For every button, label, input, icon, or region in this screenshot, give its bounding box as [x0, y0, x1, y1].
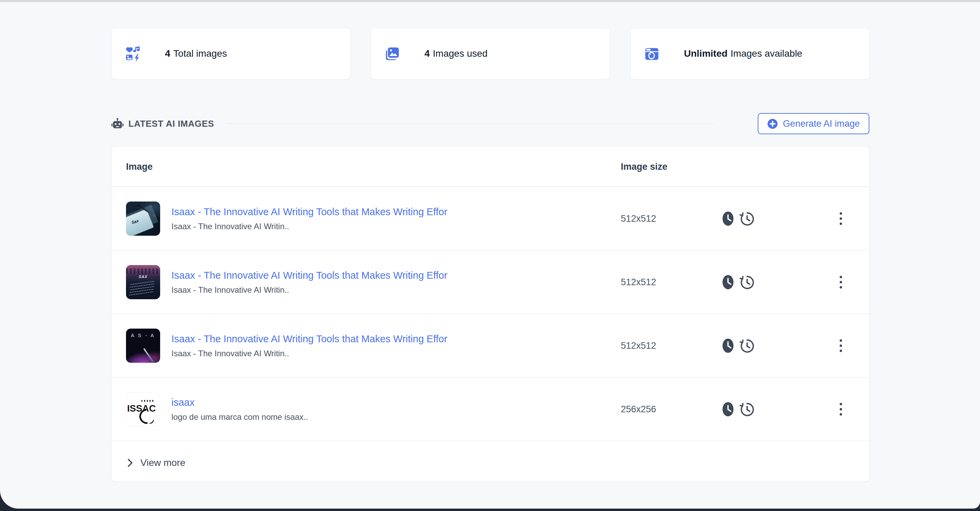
history-icon[interactable]	[739, 211, 755, 226]
table-row: SAX Isaax - The Innovative AI Writing To…	[112, 251, 869, 314]
generate-button-label: Generate AI image	[783, 119, 860, 129]
section-title: LATEST AI IMAGES	[128, 119, 214, 129]
row-text-block: Isaax - The Innovative AI Writing Tools …	[172, 333, 447, 358]
table-row: ISSAC isaax logo de uma marca com nome i…	[112, 378, 869, 441]
row-menu-kebab[interactable]	[836, 401, 845, 418]
clock-icon	[722, 274, 734, 290]
latest-images-table: Image Image size Sax Isaax - The Innovat…	[111, 146, 869, 482]
stat-card-images-used: 4Images used	[371, 28, 610, 79]
row-time-icons	[722, 338, 755, 353]
image-title-link[interactable]: Isaax - The Innovative AI Writing Tools …	[172, 270, 447, 281]
table-row: A S - A Isaax - The Innovative AI Writin…	[112, 314, 869, 378]
row-text-block: isaax logo de uma marca com nome isaax..	[172, 397, 308, 422]
row-time-icons	[722, 211, 755, 226]
stat-value: Unlimited	[684, 48, 728, 59]
row-time-icons	[722, 274, 755, 290]
chevron-right-icon	[127, 458, 134, 468]
image-size-value: 512x512	[621, 277, 656, 288]
image-size-value: 256x256	[621, 404, 656, 415]
thumbnail-art-text: A S - A	[126, 333, 160, 338]
table-row: Sax Isaax - The Innovative AI Writing To…	[112, 187, 869, 251]
clock-icon	[722, 401, 734, 417]
stat-label: Images used	[433, 48, 488, 59]
row-time-icons	[722, 401, 755, 417]
table-header-row: Image Image size	[112, 146, 869, 187]
camera-icon	[644, 45, 660, 62]
view-more-row[interactable]: View more	[112, 441, 869, 482]
stat-images-available-text: UnlimitedImages available	[684, 48, 802, 59]
image-prompt-text: Isaax - The Innovative AI Writin..	[172, 285, 447, 295]
image-size-value: 512x512	[621, 213, 656, 224]
header-divider	[227, 123, 713, 124]
thumbnail-art-text: ISSAC	[127, 403, 156, 414]
column-header-image: Image	[126, 161, 153, 172]
image-title-link[interactable]: isaax	[172, 397, 308, 408]
history-icon[interactable]	[739, 274, 755, 290]
thumbnail-image[interactable]: A S - A	[126, 329, 160, 363]
thumbnail-image[interactable]: ISSAC	[126, 392, 160, 426]
clock-icon	[722, 211, 734, 226]
stat-value: 4	[165, 48, 170, 59]
thumbnail-art-text: SAX	[126, 275, 160, 279]
history-icon[interactable]	[739, 338, 755, 353]
history-icon[interactable]	[739, 401, 755, 417]
row-text-block: Isaax - The Innovative AI Writing Tools …	[172, 270, 447, 295]
stat-label: Total images	[173, 48, 227, 59]
thumbnail-image[interactable]: Sax	[126, 202, 160, 236]
image-prompt-text: logo de uma marca com nome isaax..	[172, 412, 308, 422]
image-stack-icon	[384, 45, 401, 62]
column-header-image-size: Image size	[621, 161, 668, 172]
window-top-edge	[0, 0, 980, 2]
media-collection-icon	[125, 45, 141, 62]
stat-total-images-text: 4Total images	[165, 48, 227, 59]
row-menu-kebab[interactable]	[836, 210, 845, 227]
image-prompt-text: Isaax - The Innovative AI Writin..	[172, 222, 447, 231]
stat-card-images-available: UnlimitedImages available	[630, 28, 869, 79]
view-more-label: View more	[140, 457, 185, 468]
stats-row: 4Total images 4Images used	[111, 28, 869, 79]
dashboard-page: 4Total images 4Images used	[0, 0, 980, 509]
stat-images-used-text: 4Images used	[425, 48, 488, 59]
image-size-value: 512x512	[621, 341, 656, 351]
stat-value: 4	[425, 48, 430, 59]
thumbnail-image[interactable]: SAX	[126, 265, 160, 299]
clock-icon	[722, 338, 734, 353]
robot-icon	[111, 118, 124, 129]
latest-ai-images-header: LATEST AI IMAGES Generate AI image	[111, 113, 869, 134]
thumbnail-art-text: Sax	[131, 218, 139, 225]
generate-ai-image-button[interactable]: Generate AI image	[758, 113, 869, 134]
stat-card-total-images: 4Total images	[111, 28, 350, 79]
image-title-link[interactable]: Isaax - The Innovative AI Writing Tools …	[172, 333, 447, 345]
stat-label: Images available	[731, 48, 802, 59]
image-prompt-text: Isaax - The Innovative AI Writin..	[172, 349, 447, 358]
row-menu-kebab[interactable]	[836, 337, 845, 354]
plus-circle-icon	[767, 119, 778, 129]
image-title-link[interactable]: Isaax - The Innovative AI Writing Tools …	[172, 206, 447, 218]
row-menu-kebab[interactable]	[836, 274, 845, 291]
row-text-block: Isaax - The Innovative AI Writing Tools …	[172, 206, 447, 231]
